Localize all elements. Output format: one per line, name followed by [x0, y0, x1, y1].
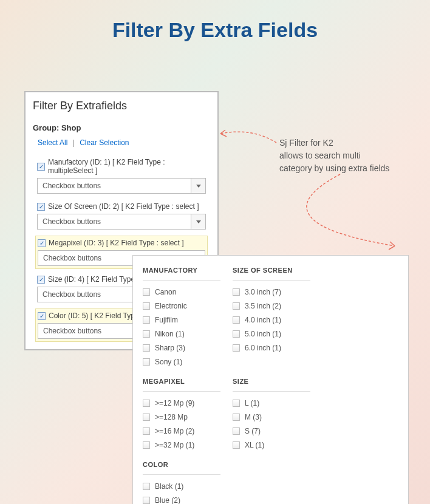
- filter-checkbox[interactable]: [233, 414, 240, 421]
- filter-item[interactable]: >=32 Mp (1): [143, 441, 220, 449]
- annotation-text: Sj Filter for K2 allows to search multi …: [279, 137, 401, 175]
- filter-item-label: >=16 Mp (2): [155, 427, 194, 435]
- filter-checkbox[interactable]: [233, 344, 240, 352]
- field-label-text: Manufactory (ID: 1) [ K2 Field Type : mu…: [48, 158, 206, 175]
- filter-checkbox[interactable]: [143, 330, 150, 338]
- filter-item[interactable]: Nikon (1): [143, 330, 220, 338]
- clear-selection-link[interactable]: Clear Selection: [80, 138, 129, 147]
- select-value: Checkbox buttons: [37, 178, 191, 194]
- filter-checkbox[interactable]: [143, 441, 150, 449]
- filter-item-label: Sony (1): [155, 358, 182, 366]
- config-field-label: Manufactory (ID: 1) [ K2 Field Type : mu…: [37, 158, 206, 175]
- filter-item[interactable]: 6.0 inch (1): [233, 344, 310, 352]
- filter-checkbox[interactable]: [143, 316, 150, 324]
- field-label-text: Size Of Screen (ID: 2) [ K2 Field Type :…: [48, 202, 199, 211]
- link-row: Select All | Clear Selection: [38, 138, 210, 147]
- filter-column: COLORBlack (1)Blue (2)Red (6)White (3): [143, 461, 220, 504]
- filter-column: MANUFACTORYCanonElectronicFujifilmNikon …: [143, 267, 220, 372]
- annotation-line: Sj Filter for K2: [279, 137, 401, 149]
- chevron-down-icon[interactable]: [191, 214, 206, 230]
- annotation-line: category by using extra fields: [279, 162, 401, 175]
- filter-item[interactable]: Electronic: [143, 302, 220, 310]
- filter-checkbox[interactable]: [233, 302, 240, 310]
- config-field-row: Size Of Screen (ID: 2) [ K2 Field Type :…: [35, 200, 208, 232]
- field-label-text: Megapixel (ID: 3) [ K2 Field Type : sele…: [49, 239, 184, 247]
- filter-item-label: S (7): [245, 427, 261, 435]
- filter-checkbox[interactable]: [233, 427, 240, 435]
- filter-checkbox[interactable]: [143, 483, 150, 490]
- filter-item-label: Blue (2): [155, 496, 180, 504]
- filter-item[interactable]: Black (1): [143, 482, 220, 491]
- filter-item-label: >=32 Mp (1): [155, 441, 194, 449]
- field-checkbox[interactable]: [37, 203, 45, 211]
- annotation-line: allows to search multi: [279, 149, 401, 162]
- select-value: Checkbox buttons: [37, 214, 191, 230]
- filter-item[interactable]: 5.0 inch (1): [233, 330, 310, 338]
- filter-item-label: 6.0 inch (1): [245, 344, 281, 352]
- filter-checkbox[interactable]: [143, 344, 150, 352]
- filter-checkbox[interactable]: [233, 400, 240, 407]
- filter-column: SIZEL (1)M (3)S (7)XL (1): [233, 378, 310, 455]
- filter-checkbox[interactable]: [233, 316, 240, 324]
- filter-item[interactable]: Fujifilm: [143, 316, 220, 324]
- config-field-row: Manufactory (ID: 1) [ K2 Field Type : mu…: [35, 155, 208, 196]
- group-label: Group: Shop: [33, 123, 210, 132]
- filter-item[interactable]: >=12 Mp (9): [143, 399, 220, 407]
- filter-item[interactable]: Blue (2): [143, 496, 220, 504]
- page-title: Filter By Extra Fields: [0, 0, 430, 72]
- filter-item-label: Electronic: [155, 302, 187, 310]
- filter-checkbox[interactable]: [143, 414, 150, 421]
- filter-column-title: MANUFACTORY: [143, 267, 220, 281]
- filter-checkbox[interactable]: [143, 497, 150, 504]
- config-field-label: Megapixel (ID: 3) [ K2 Field Type : sele…: [38, 239, 205, 247]
- separator: |: [73, 138, 75, 147]
- filter-item[interactable]: >=16 Mp (2): [143, 427, 220, 435]
- field-type-select[interactable]: Checkbox buttons: [37, 214, 206, 230]
- select-all-link[interactable]: Select All: [38, 138, 67, 147]
- filter-item[interactable]: 3.5 inch (2): [233, 302, 310, 310]
- filter-panel: MANUFACTORYCanonElectronicFujifilmNikon …: [132, 255, 409, 504]
- field-type-select[interactable]: Checkbox buttons: [37, 178, 206, 194]
- arrow-annotation-to-config: [216, 121, 282, 152]
- filter-checkbox[interactable]: [143, 400, 150, 407]
- filter-column: SIZE OF SCREEN3.0 inch (7)3.5 inch (2)4.…: [233, 267, 310, 372]
- filter-item[interactable]: Canon: [143, 288, 220, 296]
- filter-item-label: 3.5 inch (2): [245, 302, 281, 310]
- filter-item-label: 3.0 inch (7): [245, 288, 281, 296]
- filter-item[interactable]: 3.0 inch (7): [233, 288, 310, 296]
- filter-item-label: XL (1): [245, 441, 264, 449]
- field-checkbox[interactable]: [37, 163, 45, 171]
- filter-item[interactable]: 4.0 inch (1): [233, 316, 310, 324]
- filter-item[interactable]: L (1): [233, 399, 310, 407]
- filter-checkbox[interactable]: [143, 427, 150, 435]
- field-label-text: Size (ID: 4) [ K2 Field Type :: [48, 275, 139, 284]
- filter-item[interactable]: XL (1): [233, 441, 310, 449]
- filter-item-label: Canon: [155, 288, 176, 296]
- filter-checkbox[interactable]: [143, 358, 150, 366]
- filter-checkbox[interactable]: [233, 441, 240, 449]
- filter-item-label: >=128 Mp: [155, 413, 188, 421]
- field-checkbox[interactable]: [37, 276, 45, 284]
- field-checkbox[interactable]: [38, 312, 46, 320]
- filter-checkbox[interactable]: [143, 288, 150, 296]
- filter-checkbox[interactable]: [143, 302, 150, 310]
- field-label-text: Color (ID: 5) [ K2 Field Type :: [49, 312, 143, 320]
- filter-item[interactable]: S (7): [233, 427, 310, 435]
- filter-column-title: SIZE: [233, 378, 310, 392]
- filter-checkbox[interactable]: [233, 288, 240, 296]
- filter-item-label: M (3): [245, 413, 262, 421]
- filter-checkbox[interactable]: [233, 330, 240, 338]
- filter-item-label: Sharp (3): [155, 344, 185, 352]
- filter-item-label: L (1): [245, 399, 259, 407]
- field-checkbox[interactable]: [38, 239, 46, 247]
- filter-item-label: Nikon (1): [155, 330, 185, 338]
- config-heading: Filter By Extrafields: [33, 100, 210, 112]
- config-field-label: Size Of Screen (ID: 2) [ K2 Field Type :…: [37, 202, 206, 211]
- chevron-down-icon[interactable]: [191, 178, 206, 194]
- filter-item-label: Fujifilm: [155, 316, 178, 324]
- filter-item[interactable]: Sony (1): [143, 358, 220, 366]
- filter-item[interactable]: >=128 Mp: [143, 413, 220, 421]
- filter-item[interactable]: Sharp (3): [143, 344, 220, 352]
- filter-item[interactable]: M (3): [233, 413, 310, 421]
- filter-column-title: SIZE OF SCREEN: [233, 267, 310, 281]
